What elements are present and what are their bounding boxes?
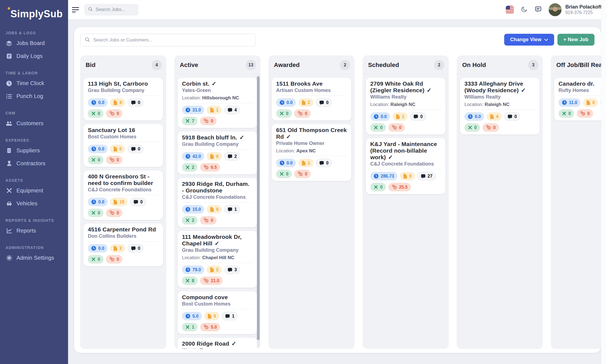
- topbar-search[interactable]: [85, 4, 138, 15]
- column-bid: Bid 4 113 High St, Carrboro Grau Buildin…: [80, 55, 166, 349]
- job-card[interactable]: 400 N Greensboro St - need to confirm bu…: [83, 170, 163, 220]
- column-scrollbar-thumb[interactable]: [257, 76, 260, 340]
- sidebar-item-time-clock[interactable]: Time Clock: [5, 77, 65, 90]
- job-title: 400 N Greensboro St - need to confirm bu…: [88, 173, 159, 186]
- page-scrollbar[interactable]: [601, 0, 606, 364]
- hours-badge: 0.0: [88, 198, 108, 206]
- file-badge-icon: [396, 114, 400, 119]
- sidebar-item-customers[interactable]: Customers: [5, 117, 65, 130]
- comments-badge: 27: [417, 172, 436, 180]
- hours-badge: 0.0: [370, 112, 390, 121]
- worker-icon: [5, 160, 13, 167]
- job-company: C&J Concrete Foundations: [88, 187, 159, 192]
- sidebar-item-vehicles[interactable]: Vehicles: [5, 197, 65, 210]
- hours-badge: 31.0: [182, 106, 204, 114]
- topbar-right: Brian Polackoff 919-376-7225: [506, 3, 602, 16]
- new-job-button[interactable]: + New Job: [557, 34, 594, 46]
- files-badge: 4: [487, 112, 502, 121]
- job-card[interactable]: 3333 Alleghany Drive (Woody Residence)✓ …: [460, 78, 540, 135]
- comments-badge: 0: [504, 112, 520, 121]
- job-card[interactable]: 1511 Brooks Ave Artisan Custom Homes 0.0…: [272, 78, 351, 121]
- divider: [182, 309, 253, 309]
- job-title: 651 Old Thompson Creek Rd✓: [276, 127, 347, 140]
- job-card[interactable]: Corbin st.✓ Yates-Green Location: Hillsb…: [178, 78, 257, 128]
- file-badge-icon: [210, 154, 214, 159]
- sidebar-item-reports[interactable]: Reports: [5, 224, 65, 237]
- job-company: C&J Concrete Foundations: [370, 161, 441, 167]
- job-card[interactable]: 111 Meadowbrook Dr, Chapel Hill✓ Grau Bu…: [178, 231, 257, 288]
- job-card[interactable]: 651 Old Thompson Creek Rd✓ Private Home …: [272, 124, 351, 181]
- change-view-button[interactable]: Change View: [504, 34, 554, 46]
- board-search[interactable]: [80, 34, 256, 46]
- files-badge: 0: [583, 98, 598, 107]
- dark-mode-toggle[interactable]: [521, 6, 528, 14]
- clock-badge-icon: [279, 100, 285, 105]
- job-card[interactable]: 2930 Ridge Rd, Durham. - Groundstone C&J…: [178, 178, 257, 227]
- job-card[interactable]: Canadero dr. Rufty Homes 11.0020⚙⚙0: [554, 78, 601, 121]
- job-card[interactable]: 4516 Carpenter Pond Rd Don Collins Build…: [83, 223, 163, 266]
- check-mark: ✓: [215, 240, 220, 247]
- user-menu[interactable]: Brian Polackoff 919-376-7225: [549, 3, 602, 16]
- job-card[interactable]: 2000 Ridge Road✓ Woody Teague Location: …: [178, 338, 257, 349]
- sidebar-item-equipment[interactable]: Equipment: [5, 184, 65, 197]
- sidebar-item-admin-settings[interactable]: Admin Settings: [5, 251, 65, 264]
- sidebar-item-suppliers[interactable]: Suppliers: [5, 144, 65, 157]
- logo[interactable]: SimplySub: [0, 6, 68, 21]
- files-badge: 2: [207, 265, 222, 274]
- tools-badge: 0: [464, 123, 480, 132]
- hours-badge: 0.0: [88, 98, 108, 107]
- hours-badge: 11.0: [559, 98, 580, 107]
- job-location: Location: Hillsborough NC: [182, 95, 253, 100]
- gears-badge: ⚙⚙0: [294, 170, 311, 178]
- sidebar-item-jobs-board[interactable]: Jobs Board: [5, 37, 65, 50]
- sidebar-item-contractors[interactable]: Contractors: [5, 157, 65, 170]
- job-location: Location: Chapel Hill NC: [182, 255, 253, 260]
- comment-badge-icon: [319, 100, 324, 105]
- job-card[interactable]: K&J Yard - Maintenance (Record non-billa…: [366, 138, 445, 194]
- column-scrollbar[interactable]: [257, 75, 260, 347]
- job-card[interactable]: Sanctuary Lot 16 Bost Custom Homes 0.000…: [83, 124, 163, 167]
- clock-badge-icon: [91, 100, 96, 105]
- hours-badge: 15.0: [182, 205, 204, 214]
- files-badge: 19: [110, 198, 128, 206]
- job-title: 2709 White Oak Rd (Ziegler Residence)✓: [370, 80, 441, 94]
- job-title: Canadero dr.: [559, 80, 601, 87]
- sidebar-nav: JOBS & LOGS Jobs Board Daily Logs TIME &…: [0, 21, 68, 264]
- job-badges: 5.0011⚙⚙5.0: [182, 312, 253, 331]
- job-card[interactable]: 113 High St, Carrboro Grau Building Comp…: [83, 78, 163, 121]
- tools-badge-icon: [279, 111, 284, 116]
- job-title: 2000 Ridge Road✓: [182, 340, 253, 347]
- sidebar-item-punch-log[interactable]: Punch Log: [5, 90, 65, 103]
- gears-badge-icon: ⚙⚙: [298, 172, 303, 176]
- clock-icon: [5, 80, 13, 87]
- column-count-badge: 4: [152, 60, 162, 70]
- comments-badge: 0: [316, 159, 332, 167]
- job-title: 1511 Brooks Ave: [276, 80, 347, 87]
- menu-toggle-button[interactable]: [72, 6, 80, 13]
- comments-badge: 0: [128, 244, 144, 253]
- comments-badge: 0: [316, 98, 332, 107]
- sidebar-section-label: ADMINISTRATION: [5, 245, 65, 250]
- chart-icon: [5, 227, 13, 234]
- job-location: Location: Raleigh NC: [370, 102, 441, 107]
- job-company: Don Collins Builders: [88, 233, 159, 239]
- us-flag-icon[interactable]: [506, 5, 514, 14]
- tools-badge-icon: [185, 218, 190, 223]
- hours-badge: 0.0: [88, 145, 108, 153]
- job-card[interactable]: 5918 Beach bluff ln.✓ Grau Building Comp…: [178, 131, 257, 174]
- files-badge: 0: [207, 205, 222, 214]
- file-badge-icon: [490, 114, 494, 119]
- topbar-search-input[interactable]: [96, 7, 131, 12]
- job-location: Location: Apex NC: [276, 148, 347, 153]
- comments-badge: 1: [222, 312, 238, 320]
- sidebar-section-label: TIME & LABOR: [5, 71, 65, 75]
- tools-badge-icon: [468, 125, 472, 130]
- moon-icon: [521, 6, 528, 14]
- tools-badge: 2: [182, 216, 198, 225]
- feedback-button[interactable]: [534, 5, 542, 14]
- board-search-input[interactable]: [93, 37, 251, 43]
- job-card[interactable]: Compound cove Bost Custom Homes 5.0011⚙⚙…: [178, 291, 257, 334]
- job-card[interactable]: 2709 White Oak Rd (Ziegler Residence)✓ W…: [366, 78, 445, 135]
- job-badges: 79.0238⚙⚙21.0: [182, 265, 253, 285]
- sidebar-item-daily-logs[interactable]: Daily Logs: [5, 50, 65, 63]
